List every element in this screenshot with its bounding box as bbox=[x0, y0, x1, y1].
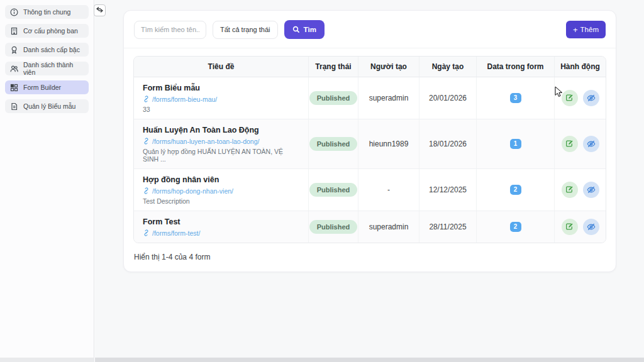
date-cell: 20/01/2026 bbox=[419, 77, 477, 119]
unpublish-button[interactable] bbox=[583, 136, 599, 152]
sidebar-item-danh-sach-thanh-vien[interactable]: Danh sách thành viên bbox=[5, 62, 89, 75]
edit-button[interactable] bbox=[562, 219, 578, 235]
col-header-data-count: Data trong form bbox=[477, 57, 555, 77]
actions-cell bbox=[555, 77, 606, 119]
form-link-path: /forms/huan-luyen-an-toan-lao-dong/ bbox=[152, 138, 259, 145]
medal-icon bbox=[10, 46, 18, 54]
users-icon bbox=[10, 65, 18, 73]
creator-cell: - bbox=[358, 169, 419, 211]
col-header-title: Tiêu đề bbox=[134, 57, 309, 77]
creator-value: - bbox=[387, 185, 390, 194]
actions-cell bbox=[555, 169, 606, 211]
find-button-label: Tìm bbox=[304, 26, 316, 33]
unpublish-button[interactable] bbox=[583, 182, 599, 198]
status-badge: Published bbox=[309, 220, 358, 234]
main-content: Tất cả trạng thái Tìm + Thêm Tiêu đề Trạ… bbox=[95, 0, 644, 358]
form-link-path: /forms/form-bieu-mau/ bbox=[152, 96, 217, 103]
table-row: Hợp đồng nhân viên/forms/hop-dong-nhan-v… bbox=[134, 169, 606, 211]
date-value: 20/01/2026 bbox=[429, 94, 467, 102]
status-filter-value: Tất cả trạng thái bbox=[220, 26, 270, 33]
form-link[interactable]: /forms/hop-dong-nhan-vien/ bbox=[143, 187, 233, 195]
date-value: 18/01/2026 bbox=[429, 140, 467, 148]
edit-button[interactable] bbox=[562, 136, 578, 152]
link-icon bbox=[143, 229, 150, 236]
building-icon bbox=[10, 27, 18, 35]
form-link[interactable]: /forms/form-test/ bbox=[143, 229, 200, 237]
edit-button[interactable] bbox=[562, 90, 578, 106]
status-badge: Published bbox=[309, 91, 358, 105]
sidebar-toggle-button[interactable] bbox=[94, 4, 106, 16]
document-icon bbox=[10, 102, 18, 111]
find-button[interactable]: Tìm bbox=[284, 20, 325, 39]
form-link-path: /forms/hop-dong-nhan-vien/ bbox=[152, 187, 233, 195]
status-cell: Published bbox=[309, 77, 358, 119]
bottom-scrollbar-left bbox=[0, 358, 94, 362]
edit-icon bbox=[565, 222, 574, 231]
creator-cell: superadmin bbox=[358, 211, 419, 243]
edit-icon bbox=[565, 185, 574, 194]
status-filter-select[interactable]: Tất cả trạng thái bbox=[213, 21, 278, 39]
sidebar-item-label: Danh sách thành viên bbox=[23, 61, 84, 76]
search-input[interactable] bbox=[134, 21, 206, 39]
sidebar-item-thong-tin-chung[interactable]: Thông tin chung bbox=[5, 5, 89, 19]
sidebar-item-danh-sach-cap-bac[interactable]: Danh sách cấp bậc bbox=[5, 43, 89, 57]
plus-icon: + bbox=[573, 26, 578, 34]
table-row: Huấn Luyện An Toàn Lao Động/forms/huan-l… bbox=[134, 119, 606, 169]
sidebar: Thông tin chung Cơ cấu phòng ban Danh sá… bbox=[0, 0, 94, 358]
data-count-cell: 2 bbox=[477, 169, 555, 211]
col-header-creator: Người tạo bbox=[358, 57, 419, 77]
col-header-status: Trạng thái bbox=[309, 57, 358, 77]
status-cell: Published bbox=[309, 169, 358, 211]
forms-card: Tất cả trạng thái Tìm + Thêm Tiêu đề Trạ… bbox=[123, 10, 616, 272]
edit-icon bbox=[565, 94, 574, 102]
table-row: Form Test/forms/form-test/Publishedsuper… bbox=[134, 211, 606, 243]
unpublish-button[interactable] bbox=[583, 219, 599, 235]
data-count-badge: 2 bbox=[510, 222, 521, 232]
actions-cell bbox=[555, 119, 606, 168]
creator-value: superadmin bbox=[369, 94, 409, 102]
sidebar-item-form-builder[interactable]: Form Builder bbox=[5, 80, 89, 94]
link-icon bbox=[143, 138, 150, 145]
results-count: Hiển thị 1-4 của 4 form bbox=[124, 243, 616, 272]
form-title-cell: Form Test/forms/form-test/ bbox=[134, 211, 309, 243]
status-badge: Published bbox=[309, 137, 358, 151]
sidebar-item-label: Thông tin chung bbox=[23, 8, 70, 16]
status-badge: Published bbox=[309, 183, 358, 197]
sidebar-item-co-cau-phong-ban[interactable]: Cơ cấu phòng ban bbox=[5, 24, 89, 38]
form-link[interactable]: /forms/huan-luyen-an-toan-lao-dong/ bbox=[143, 138, 259, 145]
status-cell: Published bbox=[309, 211, 358, 243]
table-row: Form Biểu mẫu/forms/form-bieu-mau/33Publ… bbox=[134, 77, 606, 119]
add-button-label: Thêm bbox=[580, 26, 599, 33]
col-header-date: Ngày tạo bbox=[419, 57, 477, 77]
edit-icon bbox=[565, 140, 574, 148]
form-title-cell: Hợp đồng nhân viên/forms/hop-dong-nhan-v… bbox=[134, 169, 309, 211]
table-body: Form Biểu mẫu/forms/form-bieu-mau/33Publ… bbox=[134, 77, 606, 243]
form-link-path: /forms/form-test/ bbox=[152, 229, 200, 237]
date-value: 12/12/2025 bbox=[429, 185, 467, 194]
sidebar-item-quan-ly-bieu-mau[interactable]: Quản lý Biểu mẫu bbox=[5, 99, 89, 113]
info-icon bbox=[10, 8, 18, 16]
bottom-scrollbar[interactable] bbox=[95, 358, 644, 362]
creator-value: hieunn1989 bbox=[369, 140, 409, 148]
search-icon bbox=[292, 26, 300, 33]
form-title: Form Biểu mẫu bbox=[143, 83, 200, 94]
eye-off-icon bbox=[587, 140, 596, 148]
grid-icon bbox=[10, 84, 18, 92]
edit-button[interactable] bbox=[562, 182, 578, 198]
actions-cell bbox=[555, 211, 606, 243]
form-description: Quản lý hợp đồng HUẤN LUYỆN AN TOÀN, VỆ … bbox=[143, 148, 299, 163]
sidebar-item-label: Cơ cấu phòng ban bbox=[23, 27, 78, 35]
form-link[interactable]: /forms/form-bieu-mau/ bbox=[143, 96, 217, 103]
data-count-cell: 2 bbox=[477, 211, 555, 243]
data-count-cell: 1 bbox=[477, 119, 555, 168]
data-count-badge: 2 bbox=[510, 185, 521, 195]
creator-cell: hieunn1989 bbox=[358, 119, 419, 168]
unpublish-button[interactable] bbox=[583, 90, 599, 106]
add-button[interactable]: + Thêm bbox=[566, 21, 606, 38]
link-icon bbox=[143, 96, 150, 102]
sidebar-item-label: Danh sách cấp bậc bbox=[23, 46, 80, 53]
date-cell: 18/01/2026 bbox=[419, 119, 477, 168]
data-count-badge: 3 bbox=[510, 93, 521, 103]
form-title: Hợp đồng nhân viên bbox=[143, 175, 219, 185]
collapse-arrows-icon bbox=[96, 6, 103, 14]
